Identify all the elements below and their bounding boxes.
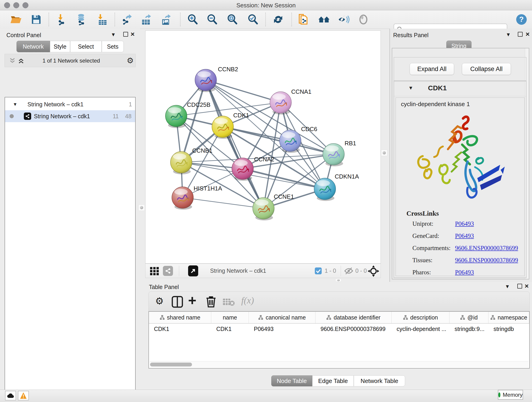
network-collection-row[interactable]: ▼ String Network – cdk1 1 (5, 98, 135, 110)
crosslink-value-link[interactable]: P06493 (455, 269, 474, 276)
node-CCNB2[interactable] (195, 69, 216, 92)
node-CDC25B[interactable] (165, 105, 187, 128)
table-hscrollbar-track[interactable] (150, 361, 528, 367)
gene-expander-icon[interactable]: ▼ (408, 85, 413, 91)
tab-network[interactable]: Network (17, 41, 50, 52)
selected-checkbox-icon[interactable] (315, 267, 322, 274)
node-CCNA1[interactable] (270, 92, 291, 115)
column-header-namespace[interactable]: namespace (488, 312, 529, 323)
clone-network-button[interactable] (298, 13, 309, 26)
warning-button[interactable] (18, 391, 29, 400)
table-cell[interactable]: 9606.ENSP00000378699 (316, 324, 392, 335)
network-graph[interactable]: CCNB2CCNA1CDC25BCDK1CDC6RB1CCNB1CCNA2CDK… (146, 31, 380, 263)
table-gear-icon[interactable]: ⚙ (155, 295, 164, 307)
node-CDKN1A[interactable] (314, 178, 336, 201)
network-options-gear-icon[interactable]: ⚙ (127, 56, 133, 65)
zoom-in-button[interactable] (187, 13, 199, 26)
export-network-button[interactable] (121, 13, 133, 26)
gene-section-header[interactable]: ▼ CDK1 (394, 81, 526, 96)
detach-view-icon[interactable] (188, 265, 198, 276)
export-image-button[interactable] (160, 13, 172, 26)
control-panel-collapse-icon[interactable]: ▾ (112, 32, 115, 37)
expand-all-button[interactable]: Expand All (410, 63, 454, 75)
tree-expander-icon[interactable]: ▼ (13, 102, 17, 107)
node-CCNA2[interactable] (232, 158, 253, 181)
tab-node-table[interactable]: Node Table (271, 375, 312, 386)
collapse-all-icon[interactable] (9, 57, 16, 64)
crosslink-value-link[interactable]: 9606.ENSP00000378699 (455, 257, 518, 264)
hide-selected-button[interactable] (338, 13, 350, 26)
crosslink-value-link[interactable]: P06493 (455, 220, 474, 227)
table-cell[interactable]: CDK1 (149, 324, 211, 335)
import-table-button[interactable] (96, 13, 108, 26)
column-header-name[interactable]: name (211, 312, 249, 323)
tab-style[interactable]: Style (50, 41, 70, 52)
control-panel-float-icon[interactable] (123, 32, 128, 37)
import-network-from-database-button[interactable] (76, 13, 88, 26)
column-header-shared-name[interactable]: shared name (149, 312, 211, 323)
edge-CCNB2-CCNA1[interactable] (206, 80, 281, 102)
table-panel-collapse-icon[interactable]: ▾ (506, 283, 509, 289)
table-hscrollbar-thumb[interactable] (150, 363, 192, 366)
node-CDK1[interactable] (212, 116, 234, 139)
network-canvas[interactable]: CCNB2CCNA1CDC25BCDK1CDC6RB1CCNB1CCNA2CDK… (145, 31, 381, 264)
column-header-description[interactable]: description (392, 312, 450, 323)
node-RB1[interactable] (323, 143, 344, 166)
window-title-bar: Session: New Session (0, 0, 532, 10)
tab-edge-table[interactable]: Edge Table (312, 375, 354, 386)
memory-button[interactable]: Memory (498, 390, 523, 400)
export-table-button[interactable] (140, 13, 152, 26)
table-cell[interactable]: P06493 (249, 324, 316, 335)
network-share-view-icon[interactable] (163, 266, 173, 276)
crosslink-value-link[interactable]: 9606.ENSP00000378699 (455, 245, 518, 252)
zoom-selected-button[interactable] (247, 13, 259, 26)
help-button[interactable]: ? (515, 13, 527, 26)
results-panel-collapse-icon[interactable]: ▾ (507, 32, 510, 37)
table-panel-float-icon[interactable] (517, 284, 522, 288)
results-panel-close-icon[interactable]: × (526, 32, 530, 37)
refresh-button[interactable] (272, 13, 284, 26)
column-header-canonical-name[interactable]: canonical name (249, 312, 316, 323)
show-eye-button[interactable] (357, 13, 369, 26)
node-CCNB1[interactable] (171, 152, 192, 174)
table-cell[interactable]: CDK1 (211, 324, 249, 335)
delete-column-icon[interactable] (206, 295, 216, 308)
edge-HIST1H1A-CCNE1[interactable] (183, 198, 264, 208)
show-columns-icon[interactable] (172, 296, 183, 308)
expand-all-icon[interactable] (18, 57, 25, 64)
left-splitter-handle[interactable] (138, 204, 145, 211)
open-session-button[interactable] (10, 13, 22, 26)
zoom-fit-button[interactable] (226, 13, 238, 26)
crosslink-value-link[interactable]: P06493 (455, 232, 474, 240)
show-all-views-button[interactable] (318, 13, 330, 26)
node-HIST1H1A[interactable] (172, 187, 193, 210)
node-CCNE1[interactable] (253, 198, 274, 220)
right-splitter-handle[interactable] (381, 150, 387, 156)
table-panel-close-icon[interactable]: × (525, 283, 529, 289)
column-header-database-identifier[interactable]: database identifier (316, 312, 392, 323)
control-panel-close-icon[interactable]: × (131, 32, 135, 37)
import-network-button[interactable] (56, 13, 68, 26)
tab-select[interactable]: Select (70, 41, 102, 52)
cloud-button[interactable] (5, 391, 16, 400)
results-panel-float-icon[interactable] (518, 32, 523, 37)
column-header--id[interactable]: @id (450, 312, 488, 323)
table-cell[interactable]: stringdb:9... (450, 324, 488, 335)
node-CDC6[interactable] (279, 130, 301, 153)
table-row[interactable]: CDK1CDK1P064939606.ENSP00000378699cyclin… (149, 324, 529, 335)
save-session-button[interactable] (30, 13, 42, 26)
table-cell[interactable]: stringdb (488, 324, 529, 335)
collapse-all-button[interactable]: Collapse All (462, 63, 511, 75)
birdseye-icon[interactable] (367, 265, 380, 277)
open-folder-icon (10, 14, 22, 25)
zoom-out-button[interactable] (206, 13, 218, 26)
tab-sets[interactable]: Sets (102, 41, 124, 52)
tree-column-icon (258, 315, 263, 320)
tab-network-table[interactable]: Network Table (354, 375, 405, 386)
table-cell[interactable]: cyclin-dependent ... (392, 324, 450, 335)
add-column-icon[interactable]: + (188, 292, 196, 308)
grid-view-icon[interactable] (150, 266, 160, 276)
network-row[interactable]: String Network – cdk1 11 48 (5, 110, 135, 122)
hidden-eye-icon[interactable] (344, 267, 354, 275)
horizontal-splitter-handle[interactable] (335, 279, 342, 282)
